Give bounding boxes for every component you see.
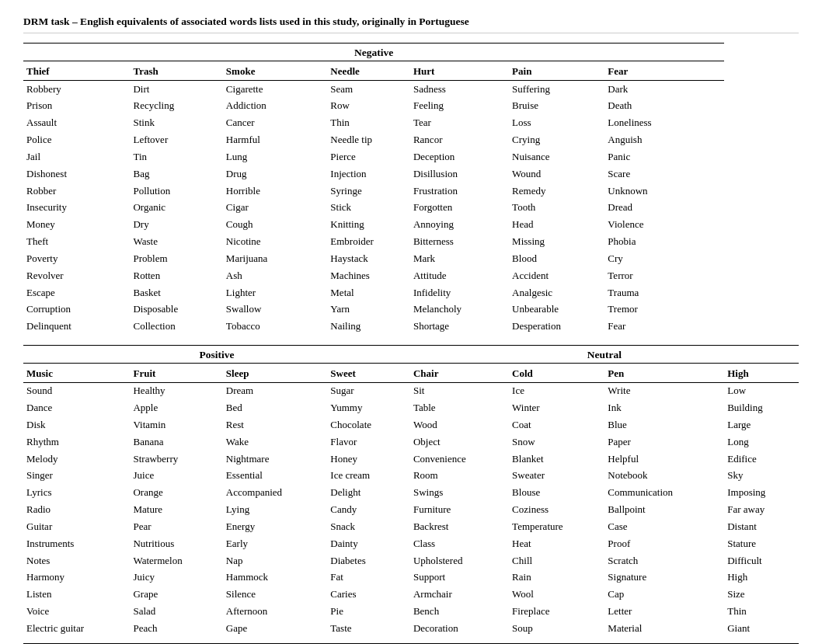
negative-col-headers: Thief Trash Smoke Needle Hurt Pain Fear	[23, 61, 799, 81]
table-row: CorruptionDisposableSwallowYarnMelanchol…	[23, 301, 799, 319]
table-row: DelinquentCollectionTobaccoNailingShorta…	[23, 319, 799, 336]
table-row: PoliceLeftoverHarmfulNeedle tipRancorCry…	[23, 132, 799, 149]
table-row: PovertyProblemMarijuanaHaystackMarkBlood…	[23, 250, 799, 267]
table-row: LyricsOrangeAccompaniedDelightSwingsBlou…	[23, 485, 799, 502]
table-row: DishonestBagDrugInjectionDisillusionWoun…	[23, 165, 799, 183]
table-row: RevolverRottenAshMachinesAttitudeAcciden…	[23, 267, 799, 284]
negative-data: RobberyDirtCigaretteSeamSadnessSuffering…	[23, 81, 799, 336]
positive-neutral-col-headers: Music Fruit Sleep Sweet Chair Cold Pen H…	[23, 363, 799, 382]
table-row: AssaultStinkCancerThinTearLossLoneliness	[23, 115, 799, 132]
table-row: NotesWatermelonNapDiabetesUpholsteredChi…	[23, 552, 799, 569]
table-row: ListenGrapeSilenceCariesArmchairWoolCapS…	[23, 587, 799, 604]
table-row: GuitarPearEnergySnackBackrestTemperature…	[23, 518, 799, 535]
table-row: SoundHealthyDreamSugarSitIceWriteLow	[23, 382, 799, 399]
negative-section-header: Negative	[23, 44, 799, 61]
table-row: JailTinLungPierceDeceptionNuisancePanic	[23, 148, 799, 165]
table-row: SingerJuiceEssentialIce creamRoomSweater…	[23, 468, 799, 485]
table-row: DiskVitaminRestChocolateWoodCoatBlueLarg…	[23, 416, 799, 433]
table-row: Electric guitarPeachGapeTasteDecorationS…	[23, 620, 799, 637]
table-row: InsecurityOrganicCigarStickForgottenToot…	[23, 200, 799, 217]
table-row: RobberPollutionHorribleSyringeFrustratio…	[23, 183, 799, 200]
table-row: MelodyStrawberryNightmareHoneyConvenienc…	[23, 451, 799, 468]
table-row: RadioMatureLyingCandyFurnitureCozinessBa…	[23, 502, 799, 519]
table-row: DanceAppleBedYummyTableWinterInkBuilding	[23, 400, 799, 417]
table-row: TheftWasteNicotineEmbroiderBitternessMis…	[23, 234, 799, 251]
positive-neutral-header: Positive Neutral	[23, 345, 799, 363]
table-row: RhythmBananaWakeFlavorObjectSnowPaperLon…	[23, 433, 799, 451]
table-row: VoiceSaladAfternoonPieBenchFireplaceLett…	[23, 604, 799, 621]
table-row: HarmonyJuicyHammockFatSupportRainSignatu…	[23, 569, 799, 587]
table-row: EscapeBasketLighterMetalInfidelityAnalge…	[23, 284, 799, 301]
table-row: RobberyDirtCigaretteSeamSadnessSuffering…	[23, 81, 799, 98]
table-row: InstrumentsNutritiousEarlyDaintyClassHea…	[23, 535, 799, 552]
table-row: PrisonRecyclingAddictionRowFeelingBruise…	[23, 98, 799, 115]
page-title: DRM task – English equivalents of associ…	[23, 16, 799, 33]
table-row: MoneyDryCoughKnittingAnnoyingHeadViolenc…	[23, 217, 799, 234]
positive-neutral-data: SoundHealthyDreamSugarSitIceWriteLowDanc…	[23, 382, 799, 637]
